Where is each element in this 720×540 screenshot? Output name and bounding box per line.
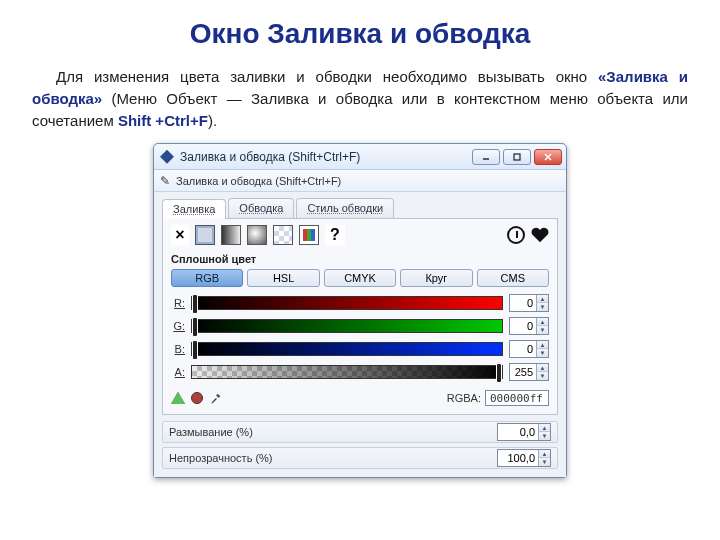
mode-hsl[interactable]: HSL — [247, 269, 319, 287]
row-g: G 0▲▼ — [171, 316, 549, 336]
clock-icon[interactable] — [507, 226, 525, 244]
paint-swatch-icon[interactable] — [299, 225, 319, 245]
maximize-button[interactable] — [503, 149, 531, 165]
spin-a[interactable]: 255▲▼ — [509, 363, 549, 381]
slider-b[interactable] — [191, 342, 503, 356]
spin-g[interactable]: 0▲▼ — [509, 317, 549, 335]
spin-down-icon[interactable]: ▼ — [538, 432, 550, 440]
app-icon — [160, 150, 174, 164]
window-titlebar[interactable]: Заливка и обводка (Shift+Ctrl+F) — [154, 144, 566, 170]
heart-icon[interactable] — [531, 227, 549, 243]
spin-down-icon[interactable]: ▼ — [536, 372, 548, 380]
paint-linear-icon[interactable] — [221, 225, 241, 245]
para-emph-2: Shift +Ctrl+F — [118, 112, 208, 129]
spin-b[interactable]: 0▲▼ — [509, 340, 549, 358]
window-title: Заливка и обводка (Shift+Ctrl+F) — [180, 150, 472, 164]
description-paragraph: Для изменения цвета заливки и обводки не… — [32, 66, 688, 131]
panel-subheading: Сплошной цвет — [171, 253, 549, 265]
close-button[interactable] — [534, 149, 562, 165]
mode-rgb[interactable]: RGB — [171, 269, 243, 287]
spin-down-icon[interactable]: ▼ — [536, 349, 548, 357]
spin-down-icon[interactable]: ▼ — [536, 326, 548, 334]
rgba-label: RGBA: — [447, 392, 481, 404]
slider-a[interactable] — [191, 365, 503, 379]
mode-cms[interactable]: CMS — [477, 269, 549, 287]
paint-flat-icon[interactable] — [195, 225, 215, 245]
paint-unknown-icon[interactable]: ? — [325, 225, 345, 245]
tab-panel: × ? Сплошной цвет RGB HSL CMYK Круг — [162, 218, 558, 415]
tab-stroke-style[interactable]: Стиль обводки — [296, 198, 394, 218]
row-b: B 0▲▼ — [171, 339, 549, 359]
pen-icon: ✎ — [160, 174, 170, 188]
paint-none-icon[interactable]: × — [171, 225, 189, 245]
spin-up-icon[interactable]: ▲ — [536, 364, 548, 372]
spin-down-icon[interactable]: ▼ — [536, 303, 548, 311]
spin-up-icon[interactable]: ▲ — [536, 295, 548, 303]
label-g: G — [171, 320, 185, 332]
blur-label: Размывание (%) — [169, 426, 497, 438]
rgba-input[interactable]: 000000ff — [485, 390, 549, 406]
opacity-row: Непрозрачность (%) 100,0▲▼ — [162, 447, 558, 469]
record-icon[interactable] — [191, 392, 203, 404]
row-a: A 255▲▼ — [171, 362, 549, 382]
svg-rect-1 — [514, 154, 520, 160]
slider-r[interactable] — [191, 296, 503, 310]
mode-cmyk[interactable]: CMYK — [324, 269, 396, 287]
blur-row: Размывание (%) 0,0▲▼ — [162, 421, 558, 443]
spin-up-icon[interactable]: ▲ — [536, 341, 548, 349]
row-r: R 0▲▼ — [171, 293, 549, 313]
spin-up-icon[interactable]: ▲ — [536, 318, 548, 326]
color-mode-bar: RGB HSL CMYK Круг CMS — [171, 269, 549, 287]
opacity-label: Непрозрачность (%) — [169, 452, 497, 464]
mode-wheel[interactable]: Круг — [400, 269, 472, 287]
opacity-spin[interactable]: 100,0▲▼ — [497, 449, 551, 467]
tab-fill[interactable]: Заливка — [162, 199, 226, 219]
paint-pattern-icon[interactable] — [273, 225, 293, 245]
label-r: R — [171, 297, 185, 309]
spin-down-icon[interactable]: ▼ — [538, 458, 550, 466]
tab-stroke[interactable]: Обводка — [228, 198, 294, 218]
toolbar-title: Заливка и обводка (Shift+Ctrl+F) — [176, 175, 341, 187]
paint-type-row: × ? — [171, 225, 549, 245]
para-text-3: ). — [208, 112, 217, 129]
eyedropper-icon[interactable] — [209, 391, 223, 405]
tab-strip: Заливка Обводка Стиль обводки — [162, 198, 558, 218]
label-a: A — [171, 366, 185, 378]
spin-up-icon[interactable]: ▲ — [538, 450, 550, 458]
para-text-1: Для изменения цвета заливки и обводки не… — [56, 68, 598, 85]
play-icon[interactable] — [171, 392, 185, 404]
paint-radial-icon[interactable] — [247, 225, 267, 245]
fill-stroke-window: Заливка и обводка (Shift+Ctrl+F) ✎ Залив… — [153, 143, 567, 478]
spin-r[interactable]: 0▲▼ — [509, 294, 549, 312]
spin-up-icon[interactable]: ▲ — [538, 424, 550, 432]
label-b: B — [171, 343, 185, 355]
page-title: Окно Заливка и обводка — [28, 18, 692, 50]
picker-tools-row: RGBA: 000000ff — [171, 390, 549, 406]
blur-spin[interactable]: 0,0▲▼ — [497, 423, 551, 441]
minimize-button[interactable] — [472, 149, 500, 165]
window-toolbar: ✎ Заливка и обводка (Shift+Ctrl+F) — [154, 170, 566, 192]
channel-sliders: R 0▲▼ G 0▲▼ B 0▲▼ A — [171, 293, 549, 382]
slider-g[interactable] — [191, 319, 503, 333]
